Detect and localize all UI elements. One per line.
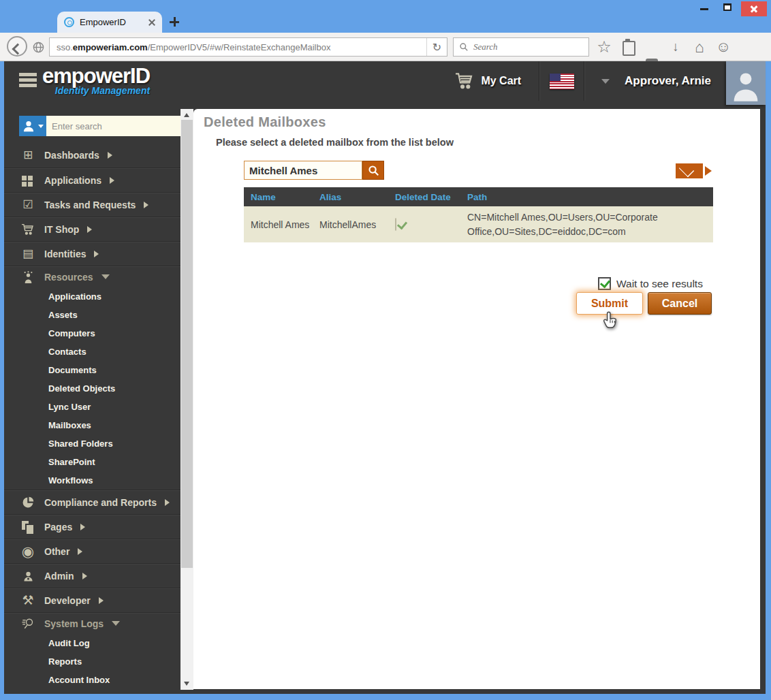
column-header-name[interactable]: Name: [244, 192, 319, 202]
app-header: empowerID Identity Management My Cart Ap…: [4, 61, 766, 101]
new-tab-button[interactable]: [169, 16, 180, 27]
tab-close-icon[interactable]: [147, 18, 157, 27]
user-name: Approver, Arnie: [625, 74, 711, 88]
sidebar-subitem-shared-folders[interactable]: Shared Folders: [4, 434, 180, 453]
mailbox-search-input[interactable]: [244, 161, 362, 180]
browser-navbar: sso.empoweriam.com/EmpowerIDV5/#w/Reinst…: [0, 33, 771, 61]
mailbox-action-button[interactable]: [676, 163, 712, 178]
reading-list-icon[interactable]: [619, 38, 637, 56]
user-menu[interactable]: Approver, Arnie: [585, 61, 726, 101]
cart-icon: [20, 223, 35, 236]
sidebar-subitem-workflows[interactable]: Workflows: [4, 471, 180, 490]
cancel-button[interactable]: Cancel: [648, 292, 712, 315]
sidebar-item-label: System Logs: [44, 618, 104, 629]
sidebar-item-label: Dashboards: [44, 150, 99, 161]
globe-icon: [33, 42, 44, 53]
sidebar-item-pages[interactable]: Pages: [4, 514, 180, 539]
sidebar-item-developer[interactable]: ⚒ Developer: [4, 588, 180, 612]
tools-icon: ⚒: [20, 594, 35, 607]
sidebar-toggle-icon[interactable]: [19, 73, 37, 89]
column-header-path[interactable]: Path: [467, 192, 713, 202]
back-button[interactable]: [7, 36, 27, 57]
sidebar-item-resources[interactable]: Resources: [4, 266, 180, 287]
app-grid-icon: [20, 174, 35, 187]
sidebar-item-label: Identities: [44, 249, 86, 259]
window-close-button[interactable]: [741, 1, 767, 16]
wait-to-see-results-checkbox[interactable]: [598, 277, 611, 290]
table-row[interactable]: Mitchell Ames MitchellAmes CN=Mitchell A…: [244, 206, 713, 242]
circle-icon: ◉: [20, 545, 35, 558]
bookmark-star-icon[interactable]: ☆: [595, 38, 613, 56]
search-icon: [459, 42, 469, 52]
deleted-checkbox[interactable]: [395, 218, 396, 231]
my-cart-button[interactable]: My Cart: [437, 61, 539, 101]
column-header-deleted-date[interactable]: Deleted Date: [395, 192, 467, 202]
chevron-right-icon: [80, 524, 85, 530]
sidebar-subitem-deleted-objects[interactable]: Deleted Objects: [4, 379, 180, 398]
reload-icon[interactable]: ↻: [426, 38, 447, 56]
sidebar-subitem-lync-user[interactable]: Lync User: [4, 398, 180, 416]
scrollbar-thumb[interactable]: [181, 120, 193, 568]
window-minimize-button[interactable]: [700, 8, 708, 10]
sidebar-item-admin[interactable]: Admin: [4, 563, 180, 588]
url-bar[interactable]: sso.empoweriam.com/EmpowerIDV5/#w/Reinst…: [49, 37, 447, 57]
us-flag-icon: [550, 74, 574, 89]
mailbox-search-button[interactable]: [362, 161, 384, 180]
sidebar-subitem-sharepoint[interactable]: SharePoint: [4, 453, 180, 471]
browser-titlebar: EmpowerID: [0, 0, 771, 33]
sidebar-item-system-logs[interactable]: System Logs: [4, 612, 180, 634]
sidebar-item-label: Admin: [44, 571, 74, 582]
chevron-right-icon: [94, 251, 99, 257]
column-header-alias[interactable]: Alias: [319, 192, 395, 202]
chevron-right-icon: [165, 499, 170, 506]
search-scope-button[interactable]: [19, 116, 46, 136]
cart-icon: [454, 72, 475, 90]
sidebar-subitem-computers[interactable]: Computers: [4, 324, 180, 343]
sidebar-subitem-audit-log[interactable]: Audit Log: [4, 634, 180, 652]
app-logo[interactable]: empowerID Identity Management: [42, 64, 150, 96]
chevron-down-icon: [38, 125, 44, 128]
sidebar-scrollbar[interactable]: [180, 109, 193, 690]
sidebar-item-tasks-and-requests[interactable]: ☑ Tasks and Requests: [4, 192, 180, 217]
language-selector[interactable]: [540, 61, 584, 101]
sidebar-subitem-account-inbox[interactable]: Account Inbox: [4, 671, 180, 689]
sidebar-subitem-documents[interactable]: Documents: [4, 361, 180, 379]
sidebar-item-dashboards[interactable]: ⊞ Dashboards: [4, 143, 180, 168]
sidebar-item-compliance-and-reports[interactable]: Compliance and Reports: [4, 490, 180, 514]
sidebar-subitem-clipped[interactable]: Recertification Jobs: [4, 689, 180, 694]
url-domain: empoweriam.com: [73, 42, 148, 52]
browser-search-bar[interactable]: [453, 37, 589, 57]
wait-to-see-results-label: Wait to see results: [616, 278, 703, 290]
sidebar-subitem-applications[interactable]: Applications: [4, 287, 180, 306]
feedback-smiley-icon[interactable]: ☺: [714, 38, 732, 56]
mouse-cursor-hand: [602, 311, 620, 331]
pages-icon: [20, 520, 35, 534]
sidebar-subitem-mailboxes[interactable]: Mailboxes: [4, 416, 180, 434]
window-maximize-button[interactable]: [723, 3, 731, 11]
sidebar-item-applications[interactable]: Applications: [4, 168, 180, 192]
downloads-icon[interactable]: ↓: [667, 38, 685, 56]
sidebar-item-identities[interactable]: ▤ Identities: [4, 241, 180, 266]
sidebar-subitem-reports[interactable]: Reports: [4, 652, 180, 671]
scroll-up-arrow[interactable]: [184, 113, 189, 117]
person-silhouette-icon: [731, 68, 761, 102]
user-avatar[interactable]: [726, 61, 766, 105]
url-prefix: sso.: [57, 42, 73, 52]
sidebar-item-it-shop[interactable]: IT Shop: [4, 217, 180, 241]
scroll-down-arrow[interactable]: [184, 682, 189, 686]
browser-search-input[interactable]: [473, 42, 569, 52]
sidebar-nav: ⊞ Dashboards Applications ☑ Tasks and Re…: [4, 101, 180, 694]
sidebar-item-other[interactable]: ◉ Other: [4, 539, 180, 563]
main-content: Deleted Mailboxes Please select a delete…: [193, 109, 760, 689]
sidebar-subitem-contacts[interactable]: Contacts: [4, 343, 180, 361]
sidebar-search-input[interactable]: [46, 116, 180, 136]
deleted-mailboxes-table: Name Alias Deleted Date Path Mitchell Am…: [244, 187, 713, 242]
chevron-right-icon: [78, 548, 82, 555]
sidebar-subitem-assets[interactable]: Assets: [4, 306, 180, 324]
browser-tab[interactable]: EmpowerID: [57, 12, 162, 33]
person-icon: [22, 119, 35, 133]
sidebar-item-label: Resources: [44, 272, 93, 283]
home-icon[interactable]: ⌂: [691, 38, 708, 56]
cell-path: CN=Mitchell Ames,OU=Users,OU=Corporate O…: [467, 210, 713, 239]
table-header-row: Name Alias Deleted Date Path: [244, 187, 713, 206]
